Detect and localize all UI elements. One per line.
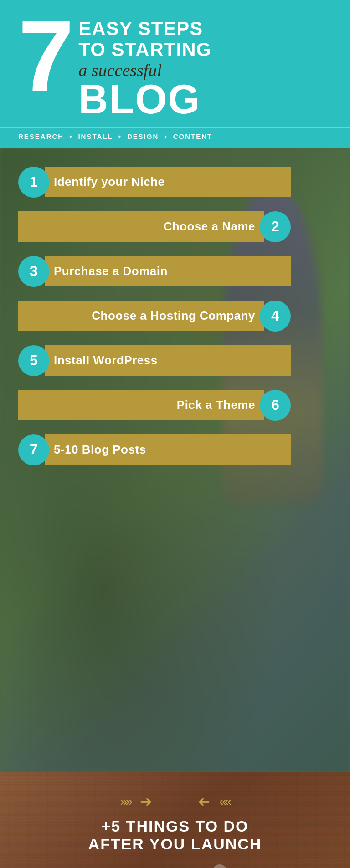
footer-arrows-row: »» ➔ ➔ «« (120, 793, 230, 810)
long-arrow-left: ➔ (198, 793, 210, 810)
header-line4: BLOG (78, 81, 211, 118)
tagline-bar: RESEARCH • INSTALL • DESIGN • CONTENT (0, 127, 350, 148)
step-badge-1: 1 (18, 167, 49, 198)
footer-subtitle: AFTER YOU LAUNCH (88, 835, 262, 853)
tagline-research: RESEARCH (18, 133, 64, 140)
step-label-3: Purchase a Domain (45, 256, 291, 286)
step-row-3: 3 Purchase a Domain (18, 256, 332, 287)
step-row-6: Pick a Theme 6 (18, 390, 332, 421)
tagline-content: CONTENT (173, 133, 213, 140)
step-label-4: Choose a Hosting Company (18, 301, 264, 331)
step-row-5: 5 Install WordPress (18, 345, 332, 376)
step-row-7: 7 5-10 Blog Posts (18, 434, 332, 465)
dot1: • (69, 133, 72, 140)
big-number: 7 (18, 14, 74, 99)
footer-logo-icon (212, 864, 227, 868)
dot2: • (118, 133, 122, 140)
step-label-6: Pick a Theme (18, 390, 264, 420)
header-section: 7 EASY STEPS TO STARTING a successful BL… (0, 0, 350, 127)
header-line1: EASY STEPS (78, 18, 211, 39)
header-line2: TO STARTING (78, 39, 211, 60)
step-badge-7: 7 (18, 434, 49, 465)
dot3: • (164, 133, 167, 140)
step-label-2: Choose a Name (18, 211, 264, 242)
header-text-block: EASY STEPS TO STARTING a successful BLOG (78, 14, 211, 118)
footer-section: »» ➔ ➔ «« +5 THINGS TO DO AFTER YOU LAUN… (0, 772, 350, 868)
steps-section: 1 Identify your Niche Choose a Name 2 3 … (0, 148, 350, 772)
step-badge-2: 2 (260, 211, 291, 242)
step-label-7: 5-10 Blog Posts (45, 434, 291, 465)
footer-title: +5 THINGS TO DO AFTER YOU LAUNCH (88, 817, 262, 853)
tagline-design: DESIGN (127, 133, 159, 140)
right-double-arrows: «« (219, 794, 230, 809)
tagline-install: INSTALL (78, 133, 113, 140)
long-arrow-right: ➔ (140, 793, 152, 810)
step-label-5: Install WordPress (45, 345, 291, 376)
footer-plus-line: +5 THINGS TO DO (101, 817, 248, 835)
step-badge-5: 5 (18, 345, 49, 376)
steps-container: 1 Identify your Niche Choose a Name 2 3 … (0, 148, 350, 484)
step-badge-6: 6 (260, 390, 291, 421)
step-row-2: Choose a Name 2 (18, 211, 332, 242)
step-row-4: Choose a Hosting Company 4 (18, 301, 332, 332)
left-double-arrows: »» (120, 794, 131, 809)
step-row-1: 1 Identify your Niche (18, 167, 332, 198)
step-label-1: Identify your Niche (45, 167, 291, 197)
step-badge-4: 4 (260, 301, 291, 332)
step-badge-3: 3 (18, 256, 49, 287)
